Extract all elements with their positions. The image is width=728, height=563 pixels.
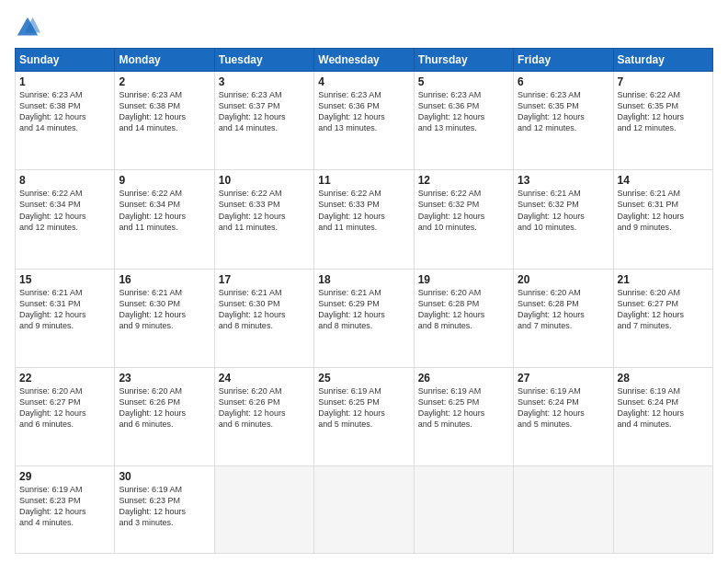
day-number: 23: [119, 372, 210, 385]
day-info: Sunrise: 6:20 AM Sunset: 6:27 PM Dayligh…: [618, 287, 709, 332]
day-info: Sunrise: 6:21 AM Sunset: 6:29 PM Dayligh…: [318, 287, 409, 332]
col-sunday: Sunday: [16, 49, 115, 72]
col-wednesday: Wednesday: [314, 49, 414, 72]
day-info: Sunrise: 6:22 AM Sunset: 6:33 PM Dayligh…: [219, 188, 310, 233]
day-number: 13: [518, 174, 609, 187]
day-info: Sunrise: 6:19 AM Sunset: 6:25 PM Dayligh…: [418, 385, 509, 431]
logo: [15, 15, 44, 40]
day-number: 6: [518, 75, 609, 88]
day-info: Sunrise: 6:23 AM Sunset: 6:37 PM Dayligh…: [219, 89, 310, 134]
day-info: Sunrise: 6:21 AM Sunset: 6:30 PM Dayligh…: [219, 287, 310, 332]
day-info: Sunrise: 6:21 AM Sunset: 6:32 PM Dayligh…: [518, 188, 609, 233]
calendar-day-cell: 16Sunrise: 6:21 AM Sunset: 6:30 PM Dayli…: [115, 269, 214, 367]
day-number: 8: [19, 174, 110, 187]
day-number: 10: [219, 174, 310, 187]
logo-icon: [15, 15, 40, 40]
calendar-day-cell: 22Sunrise: 6:20 AM Sunset: 6:27 PM Dayli…: [16, 367, 115, 465]
day-number: 25: [318, 372, 409, 385]
calendar-week-row: 15Sunrise: 6:21 AM Sunset: 6:31 PM Dayli…: [16, 269, 713, 367]
calendar-header-row: Sunday Monday Tuesday Wednesday Thursday…: [16, 49, 713, 72]
calendar-day-cell: 12Sunrise: 6:22 AM Sunset: 6:32 PM Dayli…: [414, 170, 513, 269]
day-number: 12: [418, 174, 509, 187]
day-number: 7: [618, 75, 709, 88]
day-info: Sunrise: 6:20 AM Sunset: 6:28 PM Dayligh…: [518, 287, 609, 332]
day-info: Sunrise: 6:19 AM Sunset: 6:24 PM Dayligh…: [618, 385, 709, 431]
day-info: Sunrise: 6:21 AM Sunset: 6:31 PM Dayligh…: [618, 188, 709, 233]
day-info: Sunrise: 6:19 AM Sunset: 6:24 PM Dayligh…: [518, 385, 609, 431]
calendar-day-cell: 25Sunrise: 6:19 AM Sunset: 6:25 PM Dayli…: [314, 367, 414, 465]
calendar-day-cell: 26Sunrise: 6:19 AM Sunset: 6:25 PM Dayli…: [414, 367, 513, 465]
calendar-day-cell: 21Sunrise: 6:20 AM Sunset: 6:27 PM Dayli…: [613, 269, 712, 367]
calendar-day-cell: 18Sunrise: 6:21 AM Sunset: 6:29 PM Dayli…: [314, 269, 414, 367]
calendar-day-cell: [613, 466, 712, 554]
day-number: 18: [318, 273, 409, 286]
day-info: Sunrise: 6:19 AM Sunset: 6:25 PM Dayligh…: [318, 385, 409, 431]
day-info: Sunrise: 6:20 AM Sunset: 6:27 PM Dayligh…: [19, 385, 110, 431]
day-info: Sunrise: 6:19 AM Sunset: 6:23 PM Dayligh…: [119, 484, 210, 529]
col-saturday: Saturday: [613, 49, 712, 72]
calendar-day-cell: 17Sunrise: 6:21 AM Sunset: 6:30 PM Dayli…: [214, 269, 313, 367]
day-info: Sunrise: 6:22 AM Sunset: 6:32 PM Dayligh…: [418, 188, 509, 233]
day-info: Sunrise: 6:22 AM Sunset: 6:34 PM Dayligh…: [119, 188, 210, 233]
day-number: 17: [219, 273, 310, 286]
day-number: 24: [219, 372, 310, 385]
day-info: Sunrise: 6:23 AM Sunset: 6:38 PM Dayligh…: [19, 89, 110, 134]
calendar-day-cell: 13Sunrise: 6:21 AM Sunset: 6:32 PM Dayli…: [514, 170, 613, 269]
day-number: 21: [618, 273, 709, 286]
day-number: 1: [19, 75, 110, 88]
calendar-day-cell: 9Sunrise: 6:22 AM Sunset: 6:34 PM Daylig…: [115, 170, 214, 269]
day-number: 28: [618, 372, 709, 385]
col-monday: Monday: [115, 49, 214, 72]
day-number: 3: [219, 75, 310, 88]
calendar-day-cell: 3Sunrise: 6:23 AM Sunset: 6:37 PM Daylig…: [214, 72, 313, 170]
page: Sunday Monday Tuesday Wednesday Thursday…: [0, 0, 728, 563]
calendar-day-cell: 20Sunrise: 6:20 AM Sunset: 6:28 PM Dayli…: [514, 269, 613, 367]
calendar-table: Sunday Monday Tuesday Wednesday Thursday…: [15, 48, 713, 554]
day-info: Sunrise: 6:22 AM Sunset: 6:33 PM Dayligh…: [318, 188, 409, 233]
calendar-day-cell: 30Sunrise: 6:19 AM Sunset: 6:23 PM Dayli…: [115, 466, 214, 554]
day-number: 19: [418, 273, 509, 286]
calendar-day-cell: 29Sunrise: 6:19 AM Sunset: 6:23 PM Dayli…: [16, 466, 115, 554]
header: [15, 15, 713, 40]
calendar-day-cell: [214, 466, 313, 554]
calendar-week-row: 1Sunrise: 6:23 AM Sunset: 6:38 PM Daylig…: [16, 72, 713, 170]
day-info: Sunrise: 6:21 AM Sunset: 6:30 PM Dayligh…: [119, 287, 210, 332]
day-info: Sunrise: 6:20 AM Sunset: 6:26 PM Dayligh…: [219, 385, 310, 431]
day-number: 15: [19, 273, 110, 286]
day-number: 30: [119, 470, 210, 483]
calendar-week-row: 22Sunrise: 6:20 AM Sunset: 6:27 PM Dayli…: [16, 367, 713, 465]
day-number: 9: [119, 174, 210, 187]
calendar-day-cell: 27Sunrise: 6:19 AM Sunset: 6:24 PM Dayli…: [514, 367, 613, 465]
calendar-day-cell: 10Sunrise: 6:22 AM Sunset: 6:33 PM Dayli…: [214, 170, 313, 269]
calendar-day-cell: 14Sunrise: 6:21 AM Sunset: 6:31 PM Dayli…: [613, 170, 712, 269]
calendar-day-cell: [314, 466, 414, 554]
day-info: Sunrise: 6:21 AM Sunset: 6:31 PM Dayligh…: [19, 287, 110, 332]
day-info: Sunrise: 6:23 AM Sunset: 6:36 PM Dayligh…: [418, 89, 509, 134]
calendar-day-cell: 15Sunrise: 6:21 AM Sunset: 6:31 PM Dayli…: [16, 269, 115, 367]
day-info: Sunrise: 6:19 AM Sunset: 6:23 PM Dayligh…: [19, 484, 110, 529]
col-tuesday: Tuesday: [214, 49, 313, 72]
calendar-day-cell: 4Sunrise: 6:23 AM Sunset: 6:36 PM Daylig…: [314, 72, 414, 170]
day-info: Sunrise: 6:23 AM Sunset: 6:35 PM Dayligh…: [518, 89, 609, 134]
day-number: 22: [19, 372, 110, 385]
calendar-week-row: 29Sunrise: 6:19 AM Sunset: 6:23 PM Dayli…: [16, 466, 713, 554]
day-number: 20: [518, 273, 609, 286]
calendar-day-cell: [414, 466, 513, 554]
calendar-day-cell: [514, 466, 613, 554]
day-number: 11: [318, 174, 409, 187]
day-info: Sunrise: 6:22 AM Sunset: 6:35 PM Dayligh…: [618, 89, 709, 134]
day-number: 2: [119, 75, 210, 88]
day-number: 4: [318, 75, 409, 88]
col-friday: Friday: [514, 49, 613, 72]
calendar-day-cell: 8Sunrise: 6:22 AM Sunset: 6:34 PM Daylig…: [16, 170, 115, 269]
day-number: 5: [418, 75, 509, 88]
calendar-day-cell: 23Sunrise: 6:20 AM Sunset: 6:26 PM Dayli…: [115, 367, 214, 465]
calendar-day-cell: 2Sunrise: 6:23 AM Sunset: 6:38 PM Daylig…: [115, 72, 214, 170]
day-info: Sunrise: 6:23 AM Sunset: 6:38 PM Dayligh…: [119, 89, 210, 134]
calendar-day-cell: 11Sunrise: 6:22 AM Sunset: 6:33 PM Dayli…: [314, 170, 414, 269]
calendar-day-cell: 19Sunrise: 6:20 AM Sunset: 6:28 PM Dayli…: [414, 269, 513, 367]
calendar-day-cell: 28Sunrise: 6:19 AM Sunset: 6:24 PM Dayli…: [613, 367, 712, 465]
day-info: Sunrise: 6:20 AM Sunset: 6:26 PM Dayligh…: [119, 385, 210, 431]
day-info: Sunrise: 6:22 AM Sunset: 6:34 PM Dayligh…: [19, 188, 110, 233]
col-thursday: Thursday: [414, 49, 513, 72]
